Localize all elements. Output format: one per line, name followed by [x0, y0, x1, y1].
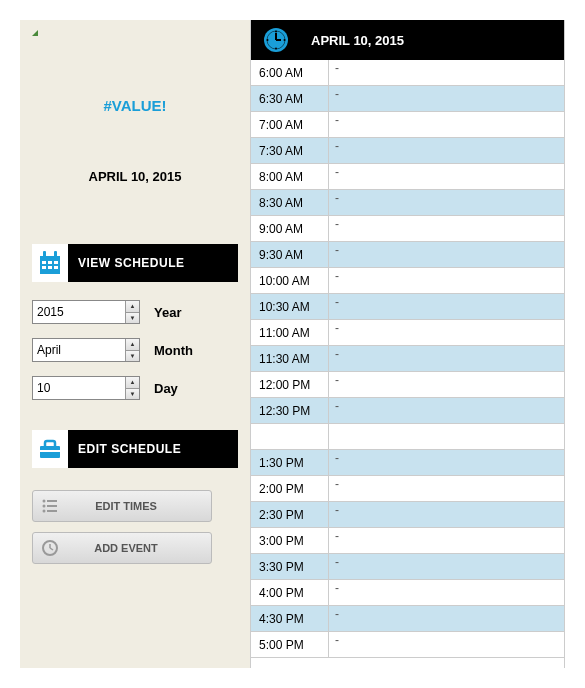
svg-rect-2	[48, 261, 52, 264]
event-cell[interactable]: -	[329, 164, 564, 189]
event-cell[interactable]: -	[329, 216, 564, 241]
event-cell[interactable]: -	[329, 320, 564, 345]
schedule-header-date: APRIL 10, 2015	[301, 33, 404, 48]
event-cell[interactable]: -	[329, 346, 564, 371]
action-buttons: EDIT TIMES ADD EVENT	[32, 490, 238, 564]
month-label: Month	[154, 343, 193, 358]
time-row[interactable]: 12:00 PM-	[251, 372, 564, 398]
view-schedule-section: VIEW SCHEDULE	[32, 244, 238, 282]
time-row[interactable]: 1:30 PM-	[251, 450, 564, 476]
clock-small-icon	[39, 537, 61, 559]
event-cell[interactable]: -	[329, 112, 564, 137]
time-row[interactable]: 12:30 PM-	[251, 398, 564, 424]
calendar-icon	[32, 244, 68, 282]
event-cell[interactable]: -	[329, 242, 564, 267]
event-cell[interactable]: -	[329, 632, 564, 657]
event-cell[interactable]: -	[329, 554, 564, 579]
sidebar-date-display: APRIL 10, 2015	[32, 169, 238, 184]
event-cell[interactable]: -	[329, 450, 564, 475]
month-value: April	[33, 339, 125, 361]
svg-rect-16	[47, 510, 57, 512]
event-cell[interactable]: -	[329, 398, 564, 423]
event-cell[interactable]: -	[329, 372, 564, 397]
svg-rect-4	[42, 266, 46, 269]
svg-rect-6	[54, 266, 58, 269]
svg-point-25	[284, 39, 286, 41]
edit-schedule-label: EDIT SCHEDULE	[68, 430, 238, 468]
time-row[interactable]: 5:00 PM-	[251, 632, 564, 658]
time-row[interactable]: 4:30 PM-	[251, 606, 564, 632]
time-row[interactable]: 7:00 AM-	[251, 112, 564, 138]
time-row[interactable]: 10:00 AM-	[251, 268, 564, 294]
clock-icon	[251, 26, 301, 54]
year-down-button[interactable]: ▼	[126, 313, 139, 324]
time-cell: 11:30 AM	[251, 346, 329, 371]
event-cell[interactable]: -	[329, 502, 564, 527]
time-row[interactable]: 6:30 AM-	[251, 86, 564, 112]
event-cell[interactable]: -	[329, 580, 564, 605]
event-cell[interactable]: -	[329, 268, 564, 293]
edit-schedule-section: EDIT SCHEDULE	[32, 430, 238, 468]
event-cell[interactable]: -	[329, 86, 564, 111]
time-cell: 4:30 PM	[251, 606, 329, 631]
event-cell[interactable]	[329, 424, 564, 449]
time-cell: 8:00 AM	[251, 164, 329, 189]
time-row[interactable]: 11:00 AM-	[251, 320, 564, 346]
year-value: 2015	[33, 301, 125, 323]
event-cell[interactable]: -	[329, 138, 564, 163]
value-error-text: #VALUE!	[32, 97, 238, 114]
time-row[interactable]: 9:00 AM-	[251, 216, 564, 242]
corner-mark-icon	[32, 30, 38, 36]
svg-point-24	[275, 31, 277, 33]
svg-point-11	[43, 500, 46, 503]
time-row[interactable]: 10:30 AM-	[251, 294, 564, 320]
time-row[interactable]: 9:30 AM-	[251, 242, 564, 268]
time-row[interactable]: 2:30 PM-	[251, 502, 564, 528]
year-spinner-buttons: ▲ ▼	[125, 301, 139, 323]
time-cell: 1:30 PM	[251, 450, 329, 475]
year-control: 2015 ▲ ▼ Year	[32, 300, 238, 324]
time-cell: 7:00 AM	[251, 112, 329, 137]
time-row[interactable]	[251, 424, 564, 450]
time-cell: 12:00 PM	[251, 372, 329, 397]
add-event-button[interactable]: ADD EVENT	[32, 532, 212, 564]
event-cell[interactable]: -	[329, 294, 564, 319]
time-row[interactable]: 8:30 AM-	[251, 190, 564, 216]
year-up-button[interactable]: ▲	[126, 301, 139, 313]
time-cell: 5:00 PM	[251, 632, 329, 657]
event-cell[interactable]: -	[329, 606, 564, 631]
add-event-label: ADD EVENT	[61, 542, 211, 554]
schedule-header: APRIL 10, 2015	[251, 20, 564, 60]
time-cell: 3:00 PM	[251, 528, 329, 553]
time-row[interactable]: 3:00 PM-	[251, 528, 564, 554]
event-cell[interactable]: -	[329, 476, 564, 501]
time-cell: 6:30 AM	[251, 86, 329, 111]
event-cell[interactable]: -	[329, 190, 564, 215]
time-row[interactable]: 11:30 AM-	[251, 346, 564, 372]
event-cell[interactable]: -	[329, 60, 564, 85]
time-row[interactable]: 7:30 AM-	[251, 138, 564, 164]
day-spinner[interactable]: 10 ▲ ▼	[32, 376, 140, 400]
svg-line-19	[50, 548, 53, 550]
month-down-button[interactable]: ▼	[126, 351, 139, 362]
edit-times-button[interactable]: EDIT TIMES	[32, 490, 212, 522]
month-spinner-buttons: ▲ ▼	[125, 339, 139, 361]
month-up-button[interactable]: ▲	[126, 339, 139, 351]
month-spinner[interactable]: April ▲ ▼	[32, 338, 140, 362]
svg-point-26	[275, 48, 277, 50]
svg-point-27	[267, 39, 269, 41]
sidebar: #VALUE! APRIL 10, 2015 VIEW SCHEDULE	[20, 20, 250, 668]
time-cell: 6:00 AM	[251, 60, 329, 85]
time-row[interactable]: 4:00 PM-	[251, 580, 564, 606]
year-spinner[interactable]: 2015 ▲ ▼	[32, 300, 140, 324]
event-cell[interactable]: -	[329, 528, 564, 553]
day-up-button[interactable]: ▲	[126, 377, 139, 389]
time-row[interactable]: 8:00 AM-	[251, 164, 564, 190]
time-row[interactable]: 6:00 AM-	[251, 60, 564, 86]
schedule-body: 6:00 AM-6:30 AM-7:00 AM-7:30 AM-8:00 AM-…	[251, 60, 564, 668]
svg-rect-7	[43, 251, 46, 258]
day-down-button[interactable]: ▼	[126, 389, 139, 400]
time-row[interactable]: 3:30 PM-	[251, 554, 564, 580]
svg-rect-12	[47, 500, 57, 502]
time-row[interactable]: 2:00 PM-	[251, 476, 564, 502]
